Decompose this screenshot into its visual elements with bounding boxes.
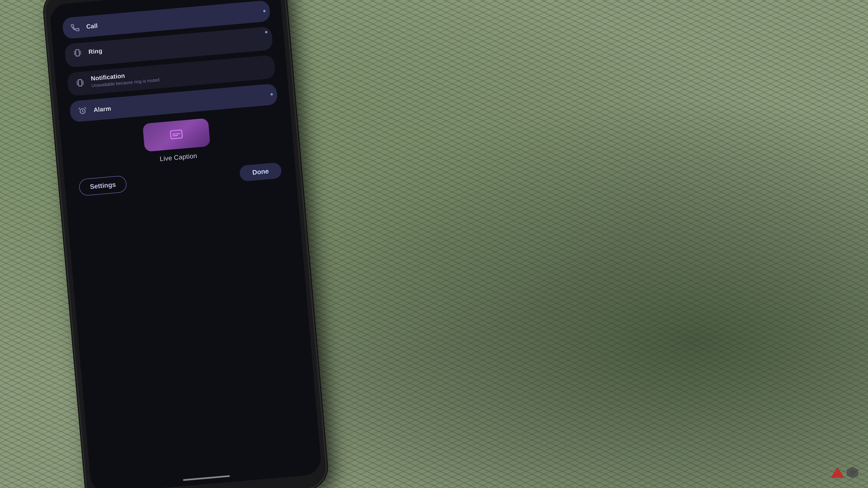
live-caption-section: Live Caption xyxy=(142,118,211,164)
svg-marker-9 xyxy=(831,467,844,478)
alarm-dot xyxy=(270,93,273,96)
phone-icon xyxy=(69,22,81,34)
svg-line-4 xyxy=(85,107,86,108)
svg-rect-0 xyxy=(75,50,80,56)
live-caption-icon xyxy=(169,128,184,142)
alarm-icon xyxy=(77,105,89,117)
live-caption-button[interactable] xyxy=(142,118,210,152)
phone-screen: Call Ring xyxy=(49,0,322,488)
ring-dot xyxy=(265,31,268,33)
watermark-triangle-icon xyxy=(830,466,844,479)
svg-marker-11 xyxy=(847,467,858,478)
notification-content: Notification Unavailable because ring is… xyxy=(90,60,268,88)
phone-device: Call Ring xyxy=(44,0,328,488)
live-caption-label: Live Caption xyxy=(159,152,197,163)
settings-button[interactable]: Settings xyxy=(79,175,127,196)
watermark xyxy=(830,466,859,479)
svg-rect-1 xyxy=(78,79,82,86)
ring-label: Ring xyxy=(88,47,102,56)
alarm-label: Alarm xyxy=(93,105,111,113)
svg-rect-5 xyxy=(170,130,182,139)
vibrate-icon xyxy=(72,47,83,59)
bottom-buttons: Settings Done xyxy=(76,162,284,197)
notification-vibrate-icon xyxy=(74,77,86,89)
svg-line-7 xyxy=(173,135,178,136)
done-button[interactable]: Done xyxy=(239,162,282,182)
watermark-hex-icon xyxy=(846,466,859,479)
svg-line-6 xyxy=(173,134,175,134)
call-dot xyxy=(263,10,266,12)
call-label: Call xyxy=(86,22,98,30)
sound-panel: Call Ring xyxy=(49,0,322,488)
svg-line-3 xyxy=(79,108,80,109)
